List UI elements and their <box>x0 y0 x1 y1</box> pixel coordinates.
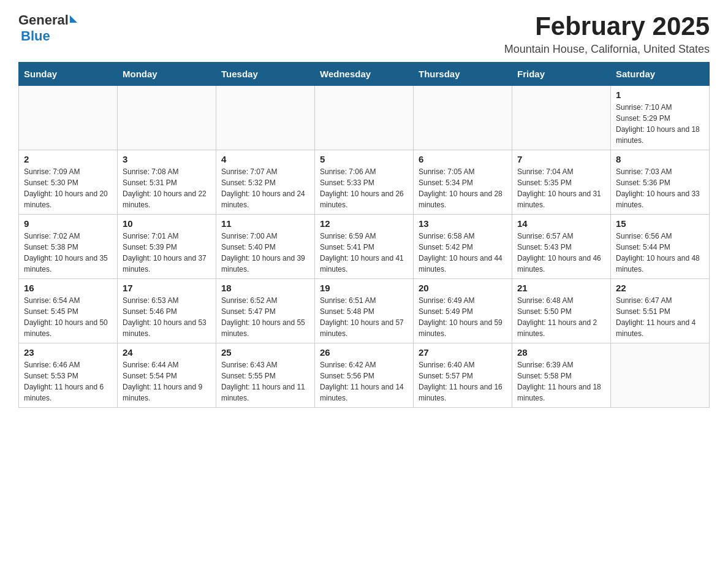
calendar-day-cell: 20Sunrise: 6:49 AM Sunset: 5:49 PM Dayli… <box>414 279 512 343</box>
day-info: Sunrise: 6:58 AM Sunset: 5:42 PM Dayligh… <box>419 231 507 275</box>
calendar-day-cell: 4Sunrise: 7:07 AM Sunset: 5:32 PM Daylig… <box>216 150 315 215</box>
calendar-day-cell <box>19 86 118 150</box>
day-number: 4 <box>221 154 309 164</box>
day-number: 2 <box>24 154 112 164</box>
day-info: Sunrise: 7:04 AM Sunset: 5:35 PM Dayligh… <box>517 166 605 210</box>
calendar-header-row: SundayMondayTuesdayWednesdayThursdayFrid… <box>19 63 710 86</box>
weekday-header-friday: Friday <box>512 63 611 86</box>
calendar-day-cell: 25Sunrise: 6:43 AM Sunset: 5:55 PM Dayli… <box>216 343 315 408</box>
day-info: Sunrise: 6:52 AM Sunset: 5:47 PM Dayligh… <box>221 295 309 339</box>
weekday-header-thursday: Thursday <box>414 63 512 86</box>
calendar-day-cell: 9Sunrise: 7:02 AM Sunset: 5:38 PM Daylig… <box>19 215 118 279</box>
calendar-title: February 2025 <box>504 12 710 40</box>
day-info: Sunrise: 7:06 AM Sunset: 5:33 PM Dayligh… <box>320 166 408 210</box>
calendar-day-cell: 23Sunrise: 6:46 AM Sunset: 5:53 PM Dayli… <box>19 343 118 408</box>
day-number: 23 <box>24 347 112 358</box>
calendar-day-cell <box>315 86 414 150</box>
day-info: Sunrise: 7:01 AM Sunset: 5:39 PM Dayligh… <box>123 231 211 275</box>
day-number: 11 <box>221 218 309 229</box>
day-info: Sunrise: 6:57 AM Sunset: 5:43 PM Dayligh… <box>517 231 605 275</box>
calendar-day-cell: 15Sunrise: 6:56 AM Sunset: 5:44 PM Dayli… <box>611 215 710 279</box>
calendar-day-cell: 27Sunrise: 6:40 AM Sunset: 5:57 PM Dayli… <box>414 343 512 408</box>
calendar-day-cell: 10Sunrise: 7:01 AM Sunset: 5:39 PM Dayli… <box>118 215 216 279</box>
title-block: February 2025 Mountain House, California… <box>504 12 710 56</box>
day-info: Sunrise: 6:56 AM Sunset: 5:44 PM Dayligh… <box>616 231 704 275</box>
day-number: 16 <box>24 283 112 293</box>
calendar-week-row: 2Sunrise: 7:09 AM Sunset: 5:30 PM Daylig… <box>19 150 710 215</box>
day-info: Sunrise: 6:49 AM Sunset: 5:49 PM Dayligh… <box>419 295 507 339</box>
calendar-day-cell <box>512 86 611 150</box>
day-number: 25 <box>221 347 309 358</box>
calendar-week-row: 23Sunrise: 6:46 AM Sunset: 5:53 PM Dayli… <box>19 343 710 408</box>
day-info: Sunrise: 6:59 AM Sunset: 5:41 PM Dayligh… <box>320 231 408 275</box>
calendar-day-cell: 7Sunrise: 7:04 AM Sunset: 5:35 PM Daylig… <box>512 150 611 215</box>
calendar-day-cell: 24Sunrise: 6:44 AM Sunset: 5:54 PM Dayli… <box>118 343 216 408</box>
day-number: 28 <box>517 347 605 358</box>
day-info: Sunrise: 6:40 AM Sunset: 5:57 PM Dayligh… <box>419 359 507 404</box>
day-info: Sunrise: 6:51 AM Sunset: 5:48 PM Dayligh… <box>320 295 408 339</box>
logo-general: General <box>18 12 69 28</box>
day-number: 7 <box>517 154 605 164</box>
day-number: 27 <box>419 347 507 358</box>
calendar-day-cell: 16Sunrise: 6:54 AM Sunset: 5:45 PM Dayli… <box>19 279 118 343</box>
calendar-day-cell: 18Sunrise: 6:52 AM Sunset: 5:47 PM Dayli… <box>216 279 315 343</box>
calendar-day-cell <box>118 86 216 150</box>
day-info: Sunrise: 6:42 AM Sunset: 5:56 PM Dayligh… <box>320 359 408 404</box>
calendar-day-cell: 28Sunrise: 6:39 AM Sunset: 5:58 PM Dayli… <box>512 343 611 408</box>
calendar-day-cell <box>414 86 512 150</box>
day-info: Sunrise: 6:46 AM Sunset: 5:53 PM Dayligh… <box>24 359 112 404</box>
day-number: 6 <box>419 154 507 164</box>
day-info: Sunrise: 7:03 AM Sunset: 5:36 PM Dayligh… <box>616 166 704 210</box>
calendar-day-cell: 14Sunrise: 6:57 AM Sunset: 5:43 PM Dayli… <box>512 215 611 279</box>
day-info: Sunrise: 6:39 AM Sunset: 5:58 PM Dayligh… <box>517 359 605 404</box>
calendar-subtitle: Mountain House, California, United State… <box>504 43 710 56</box>
calendar-week-row: 16Sunrise: 6:54 AM Sunset: 5:45 PM Dayli… <box>19 279 710 343</box>
day-number: 9 <box>24 218 112 229</box>
weekday-header-saturday: Saturday <box>611 63 710 86</box>
logo-arrow-icon <box>70 15 77 23</box>
calendar-week-row: 1Sunrise: 7:10 AM Sunset: 5:29 PM Daylig… <box>19 86 710 150</box>
weekday-header-sunday: Sunday <box>19 63 118 86</box>
calendar-day-cell: 12Sunrise: 6:59 AM Sunset: 5:41 PM Dayli… <box>315 215 414 279</box>
day-number: 18 <box>221 283 309 293</box>
day-info: Sunrise: 7:02 AM Sunset: 5:38 PM Dayligh… <box>24 231 112 275</box>
day-number: 22 <box>616 283 704 293</box>
weekday-header-tuesday: Tuesday <box>216 63 315 86</box>
day-number: 10 <box>123 218 211 229</box>
day-info: Sunrise: 7:10 AM Sunset: 5:29 PM Dayligh… <box>616 102 704 146</box>
calendar-day-cell: 5Sunrise: 7:06 AM Sunset: 5:33 PM Daylig… <box>315 150 414 215</box>
calendar-day-cell: 3Sunrise: 7:08 AM Sunset: 5:31 PM Daylig… <box>118 150 216 215</box>
day-number: 19 <box>320 283 408 293</box>
day-number: 14 <box>517 218 605 229</box>
weekday-header-wednesday: Wednesday <box>315 63 414 86</box>
calendar-day-cell: 17Sunrise: 6:53 AM Sunset: 5:46 PM Dayli… <box>118 279 216 343</box>
day-info: Sunrise: 6:43 AM Sunset: 5:55 PM Dayligh… <box>221 359 309 404</box>
calendar-day-cell: 6Sunrise: 7:05 AM Sunset: 5:34 PM Daylig… <box>414 150 512 215</box>
calendar-day-cell: 26Sunrise: 6:42 AM Sunset: 5:56 PM Dayli… <box>315 343 414 408</box>
day-info: Sunrise: 7:08 AM Sunset: 5:31 PM Dayligh… <box>123 166 211 210</box>
day-info: Sunrise: 7:09 AM Sunset: 5:30 PM Dayligh… <box>24 166 112 210</box>
calendar-day-cell: 22Sunrise: 6:47 AM Sunset: 5:51 PM Dayli… <box>611 279 710 343</box>
day-number: 3 <box>123 154 211 164</box>
calendar-day-cell: 8Sunrise: 7:03 AM Sunset: 5:36 PM Daylig… <box>611 150 710 215</box>
day-number: 21 <box>517 283 605 293</box>
day-number: 1 <box>616 90 704 100</box>
calendar-day-cell <box>216 86 315 150</box>
calendar-day-cell: 19Sunrise: 6:51 AM Sunset: 5:48 PM Dayli… <box>315 279 414 343</box>
day-info: Sunrise: 7:00 AM Sunset: 5:40 PM Dayligh… <box>221 231 309 275</box>
day-info: Sunrise: 6:47 AM Sunset: 5:51 PM Dayligh… <box>616 295 704 339</box>
day-info: Sunrise: 7:07 AM Sunset: 5:32 PM Dayligh… <box>221 166 309 210</box>
calendar-day-cell: 11Sunrise: 7:00 AM Sunset: 5:40 PM Dayli… <box>216 215 315 279</box>
day-number: 26 <box>320 347 408 358</box>
weekday-header-monday: Monday <box>118 63 216 86</box>
calendar-day-cell: 2Sunrise: 7:09 AM Sunset: 5:30 PM Daylig… <box>19 150 118 215</box>
day-info: Sunrise: 6:48 AM Sunset: 5:50 PM Dayligh… <box>517 295 605 339</box>
page-header: General Blue February 2025 Mountain Hous… <box>18 12 710 56</box>
calendar-day-cell: 21Sunrise: 6:48 AM Sunset: 5:50 PM Dayli… <box>512 279 611 343</box>
logo: General Blue <box>18 12 77 44</box>
day-info: Sunrise: 6:54 AM Sunset: 5:45 PM Dayligh… <box>24 295 112 339</box>
calendar-table: SundayMondayTuesdayWednesdayThursdayFrid… <box>18 62 710 408</box>
day-number: 12 <box>320 218 408 229</box>
calendar-week-row: 9Sunrise: 7:02 AM Sunset: 5:38 PM Daylig… <box>19 215 710 279</box>
day-info: Sunrise: 7:05 AM Sunset: 5:34 PM Dayligh… <box>419 166 507 210</box>
